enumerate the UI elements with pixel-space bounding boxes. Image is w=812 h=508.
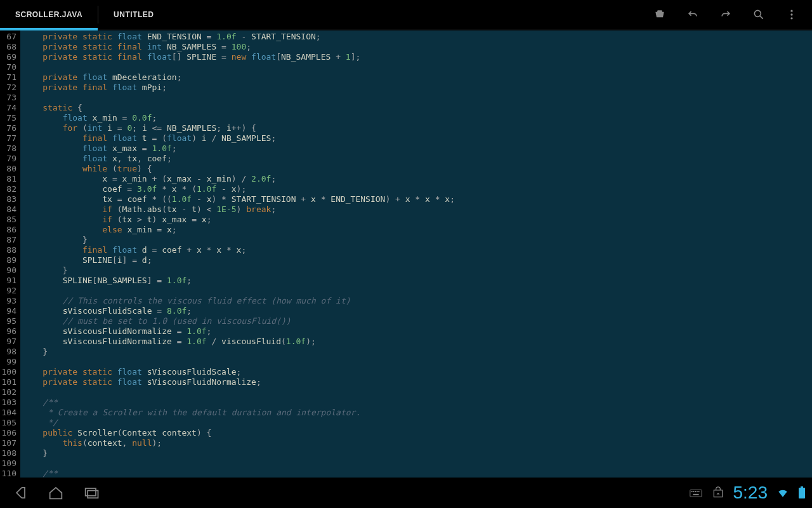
code-line[interactable]: private static float END_TENSION = 1.0f … <box>23 32 812 42</box>
code-line[interactable]: private static final int NB_SAMPLES = 10… <box>23 42 812 52</box>
code-line[interactable]: for (int i = 0; i <= NB_SAMPLES; i++) { <box>23 123 812 133</box>
line-number: 92 <box>1 286 16 296</box>
line-number: 103 <box>1 398 16 408</box>
line-number: 89 <box>1 255 16 265</box>
code-line[interactable]: static { <box>23 103 812 113</box>
keyboard-icon[interactable] <box>689 486 703 500</box>
code-line[interactable]: private static final float[] SPLINE = ne… <box>23 52 812 62</box>
line-number: 88 <box>1 245 16 255</box>
tab-label: UNTITLED <box>114 10 154 19</box>
code-line[interactable]: SPLINE[NB_SAMPLES] = 1.0f; <box>23 276 812 286</box>
code-line[interactable]: /** <box>23 398 812 408</box>
code-line[interactable]: } <box>23 347 812 357</box>
code-line[interactable]: tx = coef * ((1.0f - x) * START_TENSION … <box>23 194 812 204</box>
code-line[interactable]: if (Math.abs(tx - t) < 1E-5) break; <box>23 204 812 215</box>
back-icon[interactable] <box>8 480 33 505</box>
line-number: 94 <box>1 306 16 316</box>
code-line[interactable]: private float mDeceleration; <box>23 72 812 83</box>
code-line[interactable]: sViscousFluidNormalize = 1.0f; <box>23 326 812 337</box>
redo-icon[interactable] <box>718 7 733 22</box>
home-icon[interactable] <box>43 480 69 505</box>
line-number: 72 <box>1 83 16 93</box>
code-line[interactable]: final float t = (float) i / NB_SAMPLES; <box>23 133 812 144</box>
code-line[interactable] <box>23 387 812 398</box>
line-number: 105 <box>1 418 16 428</box>
svg-rect-6 <box>88 491 98 498</box>
battery-icon <box>798 486 806 499</box>
line-number: 91 <box>1 276 16 286</box>
clock[interactable]: 5:23 <box>733 483 768 503</box>
code-line[interactable] <box>23 62 812 72</box>
code-line[interactable]: } <box>23 235 812 245</box>
code-line[interactable] <box>23 93 812 103</box>
line-number: 99 <box>1 357 16 367</box>
code-line[interactable]: sViscousFluidNormalize = 1.0f / viscousF… <box>23 337 812 347</box>
code-line[interactable]: private static float sViscousFluidScale; <box>23 367 812 377</box>
code-line[interactable] <box>23 286 812 296</box>
code-line[interactable]: while (true) { <box>23 164 812 174</box>
undo-icon[interactable] <box>685 7 700 22</box>
tab-scroller-java[interactable]: SCROLLER.JAVA <box>0 0 98 29</box>
code-line[interactable]: float x, tx, coef; <box>23 154 812 164</box>
code-line[interactable]: float x_min = 0.0f; <box>23 113 812 123</box>
svg-line-1 <box>760 16 763 19</box>
svg-rect-8 <box>691 491 692 492</box>
wifi-icon <box>776 486 789 499</box>
line-gutter: 6768697071727374757677787980818283848586… <box>0 30 20 478</box>
shop-icon[interactable] <box>712 486 724 499</box>
line-number: 107 <box>1 438 16 448</box>
line-number: 87 <box>1 235 16 245</box>
line-number: 80 <box>1 164 16 174</box>
code-line[interactable] <box>23 458 812 469</box>
overflow-icon[interactable] <box>784 7 799 22</box>
svg-point-0 <box>754 10 761 17</box>
line-number: 78 <box>1 144 16 154</box>
code-line[interactable]: } <box>23 265 812 276</box>
code-line[interactable]: if (tx > t) x_max = x; <box>23 215 812 225</box>
disk-icon[interactable] <box>652 7 667 22</box>
svg-rect-5 <box>86 488 96 496</box>
line-number: 109 <box>1 458 16 469</box>
svg-rect-12 <box>698 491 699 492</box>
svg-rect-11 <box>696 491 697 492</box>
svg-rect-13 <box>693 494 698 495</box>
code-line[interactable]: private static float sViscousFluidNormal… <box>23 377 812 387</box>
code-line[interactable]: final float d = coef + x * x * x; <box>23 245 812 255</box>
line-number: 106 <box>1 428 16 438</box>
svg-rect-10 <box>695 491 696 492</box>
search-icon[interactable] <box>751 7 766 22</box>
code-line[interactable]: * Create a Scroller with the default dur… <box>23 408 812 418</box>
line-number: 101 <box>1 377 16 387</box>
code-line[interactable]: float x_max = 1.0f; <box>23 144 812 154</box>
code-line[interactable]: public Scroller(Context context) { <box>23 428 812 438</box>
tab-untitled[interactable]: UNTITLED <box>98 0 169 29</box>
code-line[interactable]: // must be set to 1.0 (used in viscousFl… <box>23 316 812 326</box>
code-line[interactable]: sViscousFluidScale = 8.0f; <box>23 306 812 316</box>
line-number: 108 <box>1 448 16 458</box>
line-number: 68 <box>1 42 16 52</box>
svg-rect-15 <box>801 486 803 488</box>
editor[interactable]: 6768697071727374757677787980818283848586… <box>0 30 812 478</box>
line-number: 93 <box>1 296 16 306</box>
code-line[interactable]: SPLINE[i] = d; <box>23 255 812 265</box>
code-line[interactable]: } <box>23 448 812 458</box>
code-line[interactable]: x = x_min + (x_max - x_min) / 2.0f; <box>23 174 812 184</box>
line-number: 81 <box>1 174 16 184</box>
code-line[interactable]: /** <box>23 469 812 478</box>
recent-apps-icon[interactable] <box>79 480 104 505</box>
code-line[interactable]: else x_min = x; <box>23 225 812 235</box>
code-line[interactable]: private final float mPpi; <box>23 83 812 93</box>
svg-point-2 <box>790 10 792 12</box>
svg-point-4 <box>790 17 792 19</box>
code-line[interactable]: */ <box>23 418 812 428</box>
code-line[interactable]: this(context, null); <box>23 438 812 448</box>
code-line[interactable]: coef = 3.0f * x * (1.0f - x); <box>23 184 812 194</box>
code-area[interactable]: private static float END_TENSION = 1.0f … <box>20 30 812 478</box>
line-number: 83 <box>1 194 16 204</box>
tab-label: SCROLLER.JAVA <box>15 10 82 19</box>
code-line[interactable] <box>23 357 812 367</box>
line-number: 84 <box>1 204 16 215</box>
line-number: 90 <box>1 265 16 276</box>
svg-rect-9 <box>693 491 694 492</box>
code-line[interactable]: // This controls the viscous fluid effec… <box>23 296 812 306</box>
